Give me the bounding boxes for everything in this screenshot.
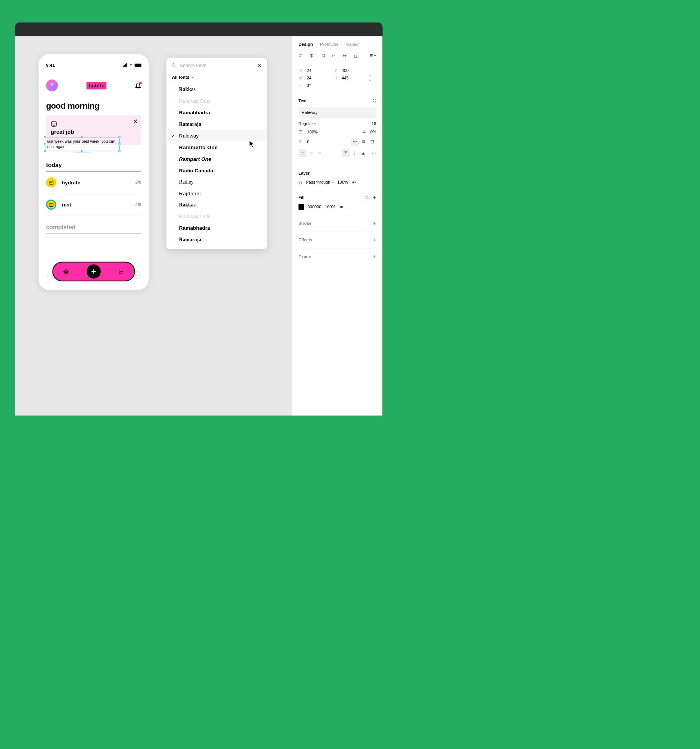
text-panel-title: Text: [299, 99, 307, 103]
rotation-value[interactable]: 0°: [307, 83, 330, 88]
align-more[interactable]: [370, 54, 376, 58]
valign-top[interactable]: [342, 149, 350, 157]
resize-handle[interactable]: [118, 143, 120, 145]
today-heading: today: [46, 162, 141, 171]
y-value[interactable]: 400: [342, 68, 365, 73]
tab-design[interactable]: Design: [299, 41, 313, 47]
habit-row[interactable]: rest 4/8: [46, 194, 141, 216]
svg-point-26: [373, 102, 374, 102]
font-option[interactable]: Rakkas: [167, 199, 267, 211]
plus-icon[interactable]: [373, 238, 376, 242]
blend-mode-field[interactable]: Pass through: [306, 180, 333, 185]
letter-spacing-field[interactable]: 0%: [370, 130, 376, 135]
align-bottom-icon[interactable]: [354, 54, 358, 58]
fill-swatch[interactable]: [299, 204, 304, 210]
align-right-icon[interactable]: [320, 54, 325, 58]
font-option[interactable]: Raleway: [167, 130, 267, 142]
font-option[interactable]: Radio Canada: [167, 165, 267, 176]
text-align-left[interactable]: [299, 149, 307, 157]
svg-point-36: [366, 198, 367, 199]
font-search-row: [167, 58, 267, 73]
font-weight-field[interactable]: Regular: [299, 121, 368, 126]
align-vcenter-icon[interactable]: [342, 54, 347, 58]
auto-height-button[interactable]: [360, 138, 368, 146]
align-hcenter-icon[interactable]: [310, 54, 314, 58]
more-options-icon[interactable]: [371, 151, 376, 156]
line-height-field[interactable]: 100%: [307, 130, 358, 135]
auto-width-button[interactable]: [351, 138, 359, 146]
font-picker-close[interactable]: [257, 63, 262, 68]
font-filter[interactable]: All fonts: [167, 73, 267, 84]
vertical-align-group: [342, 149, 367, 157]
svg-rect-10: [47, 274, 53, 278]
align-left-icon[interactable]: [299, 54, 303, 58]
style-icon[interactable]: [365, 196, 368, 199]
text-align-center[interactable]: [307, 149, 315, 157]
w-value[interactable]: 24: [307, 76, 330, 81]
style-icon[interactable]: [373, 99, 376, 102]
valign-middle[interactable]: [351, 149, 359, 157]
visibility-icon[interactable]: [339, 205, 344, 209]
export-section[interactable]: Export: [292, 248, 383, 265]
nav-stats[interactable]: [116, 267, 126, 277]
card-close[interactable]: [133, 119, 138, 124]
svg-point-27: [375, 102, 376, 102]
font-option[interactable]: Raleway Dots: [167, 211, 267, 222]
effects-section[interactable]: Effects: [292, 232, 383, 249]
font-search-input[interactable]: [180, 63, 254, 68]
phone-mockup[interactable]: 9:41 habitz: [38, 54, 149, 290]
nav-home[interactable]: [61, 267, 71, 277]
constrain-icon[interactable]: [368, 75, 373, 81]
font-option[interactable]: Rajdhani: [167, 188, 267, 199]
resize-handle[interactable]: [44, 136, 46, 138]
habit-icon: [46, 177, 56, 187]
font-list[interactable]: RakkasRaleway DotsRamabhadraRamarajaRale…: [167, 84, 267, 245]
resize-handle[interactable]: [81, 136, 83, 138]
font-family-field[interactable]: Raleway: [299, 107, 376, 118]
fill-hex-field[interactable]: 000000: [308, 205, 321, 209]
habit-icon: [46, 200, 56, 210]
selected-text-layer[interactable]: last week was your best week, you can do…: [45, 137, 120, 151]
notification-bell[interactable]: [135, 83, 141, 89]
habit-row[interactable]: hydrate 2/8: [46, 171, 141, 193]
valign-bottom[interactable]: [359, 149, 367, 157]
tab-inspect[interactable]: Inspect: [345, 41, 359, 47]
h-label: H: [333, 76, 338, 81]
svg-point-17: [373, 54, 373, 55]
canvas[interactable]: 9:41 habitz: [15, 36, 292, 416]
plus-icon[interactable]: [373, 196, 376, 199]
x-label: X: [299, 68, 304, 73]
layer-opacity-field[interactable]: 100%: [337, 180, 348, 185]
plus-icon[interactable]: [373, 255, 376, 258]
h-value[interactable]: 445: [342, 76, 365, 81]
check-icon: [171, 134, 175, 137]
fill-opacity-field[interactable]: 100%: [325, 205, 335, 209]
svg-point-15: [370, 54, 371, 55]
minus-icon[interactable]: [347, 205, 351, 209]
font-option[interactable]: Ramabhadra: [167, 107, 267, 118]
font-option[interactable]: Raleway Dots: [167, 95, 267, 107]
font-option[interactable]: Ramaraja: [167, 118, 267, 130]
resize-handle[interactable]: [44, 150, 46, 152]
font-option[interactable]: Radley: [167, 176, 267, 188]
svg-point-5: [50, 182, 51, 183]
resize-handle[interactable]: [118, 150, 120, 152]
visibility-icon[interactable]: [352, 180, 356, 185]
align-top-icon[interactable]: [332, 54, 336, 58]
stroke-section[interactable]: Stroke: [292, 215, 383, 232]
plus-icon[interactable]: [373, 222, 376, 225]
font-option[interactable]: Rampart One: [167, 153, 267, 165]
paragraph-spacing-field[interactable]: 0: [307, 139, 347, 144]
avatar[interactable]: [46, 79, 58, 91]
text-align-right[interactable]: [316, 149, 324, 157]
tab-prototype[interactable]: Prototype: [320, 41, 338, 47]
font-size-field[interactable]: 16: [372, 121, 376, 126]
font-option[interactable]: Ramabhadra: [167, 222, 267, 234]
resize-handle[interactable]: [118, 136, 120, 138]
fixed-size-button[interactable]: [368, 138, 376, 146]
resize-handle[interactable]: [44, 143, 46, 145]
x-value[interactable]: 24: [307, 68, 330, 73]
font-option[interactable]: Rakkas: [167, 84, 267, 95]
nav-add[interactable]: [87, 264, 101, 279]
font-option[interactable]: Ramaraja: [167, 234, 267, 245]
